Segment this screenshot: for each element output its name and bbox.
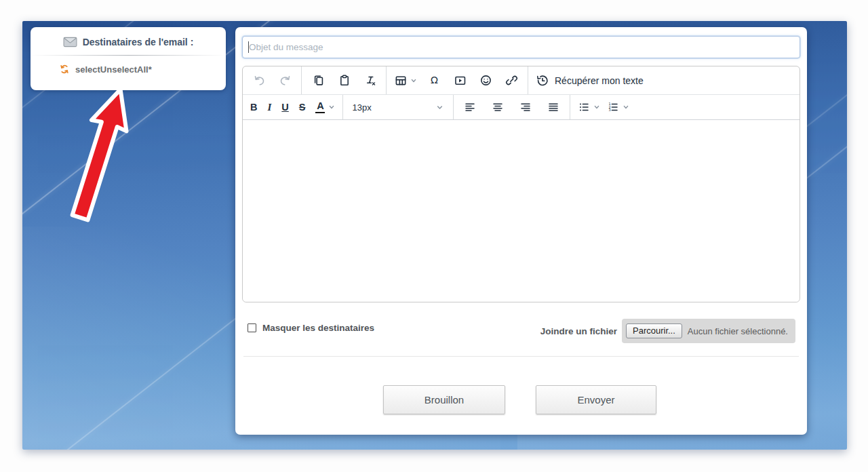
copy-button[interactable] xyxy=(309,72,327,90)
numbered-list-button[interactable]: 1 2 3 xyxy=(607,101,629,113)
send-button[interactable]: Envoyer xyxy=(536,385,656,414)
subject-field-wrap xyxy=(242,36,800,58)
hide-recipients-option[interactable]: Masquer les destinataires xyxy=(248,323,374,333)
align-justify-button[interactable] xyxy=(545,98,562,116)
align-justify-icon xyxy=(547,101,559,113)
bullet-list-button[interactable] xyxy=(578,101,600,113)
text-cursor xyxy=(248,41,249,53)
undo-icon xyxy=(253,74,266,87)
restore-group: Récupérer mon texte xyxy=(528,66,651,94)
toolbar-row-1: Ω xyxy=(243,66,800,95)
strikethrough-button[interactable]: S xyxy=(299,98,306,116)
paste-icon xyxy=(338,74,351,87)
history-group xyxy=(243,66,302,94)
select-unselect-all-label: selectUnselectAll* xyxy=(75,64,152,75)
envelope-icon xyxy=(63,37,77,47)
redo-icon xyxy=(279,74,292,87)
format-group: B I U S A xyxy=(243,95,343,119)
panel-divider xyxy=(243,356,799,357)
chevron-down-icon xyxy=(410,77,417,84)
redo-button[interactable] xyxy=(276,72,294,90)
select-unselect-all[interactable]: selectUnselectAll* xyxy=(31,56,226,75)
no-file-selected-text: Aucun fichier sélectionné. xyxy=(688,326,788,336)
strikethrough-label: S xyxy=(299,102,306,113)
italic-label: I xyxy=(267,102,271,113)
fontsize-group: 13px xyxy=(343,95,454,119)
red-arrow-icon xyxy=(58,82,146,235)
bullet-list-icon xyxy=(578,101,590,113)
browse-button[interactable]: Parcourir... xyxy=(626,323,682,338)
undo-button[interactable] xyxy=(250,72,268,90)
recipients-title-row: Destinataires de l'email : xyxy=(31,27,226,47)
file-input[interactable]: Parcourir... Aucun fichier sélectionné. xyxy=(622,319,795,343)
omega-icon: Ω xyxy=(428,74,441,87)
align-right-button[interactable] xyxy=(517,98,534,116)
italic-button[interactable]: I xyxy=(267,98,271,116)
annotation-arrow xyxy=(58,82,146,235)
svg-text:3: 3 xyxy=(609,108,611,112)
emoji-button[interactable] xyxy=(477,72,494,90)
underline-label: U xyxy=(281,102,288,113)
font-size-select[interactable]: 13px xyxy=(351,102,446,113)
align-left-button[interactable] xyxy=(461,98,479,116)
table-icon xyxy=(394,74,407,87)
chevron-down-icon xyxy=(623,104,629,111)
text-color-button[interactable]: A xyxy=(315,101,335,114)
svg-text:Ω: Ω xyxy=(431,75,438,85)
draft-button[interactable]: Brouillon xyxy=(383,385,505,414)
clipboard-group xyxy=(302,66,387,94)
clear-formatting-button[interactable] xyxy=(361,72,378,90)
compose-panel: Ω xyxy=(235,27,807,435)
media-button[interactable] xyxy=(451,72,469,90)
restore-history-icon xyxy=(536,74,549,87)
special-character-button[interactable]: Ω xyxy=(425,72,443,90)
paste-button[interactable] xyxy=(335,72,353,90)
restore-text-label: Récupérer mon texte xyxy=(555,75,644,86)
restore-text-button[interactable]: Récupérer mon texte xyxy=(536,74,644,87)
table-button[interactable] xyxy=(394,74,417,87)
emoji-icon xyxy=(479,74,492,87)
attach-file-label: Joindre un fichier xyxy=(540,326,617,336)
align-center-button[interactable] xyxy=(489,98,507,116)
hide-recipients-label: Masquer les destinataires xyxy=(262,323,374,333)
recipients-title: Destinataires de l'email : xyxy=(83,37,194,47)
numbered-list-icon: 1 2 3 xyxy=(607,101,619,113)
insert-group: Ω xyxy=(387,66,528,94)
media-icon xyxy=(454,74,467,87)
list-group: 1 2 3 xyxy=(570,95,637,119)
copy-icon xyxy=(312,74,325,87)
clear-formatting-icon xyxy=(363,74,376,87)
subject-input[interactable] xyxy=(242,36,800,58)
options-row: Masquer les destinataires Joindre un fic… xyxy=(235,319,807,351)
link-icon xyxy=(505,74,518,87)
text-color-icon: A xyxy=(315,101,325,114)
editor-content[interactable] xyxy=(243,120,800,302)
chevron-down-icon xyxy=(328,104,335,111)
align-group xyxy=(454,95,570,119)
attach-file-row: Joindre un fichier Parcourir... Aucun fi… xyxy=(540,319,795,343)
toolbar-row-2: B I U S A xyxy=(243,95,800,120)
underline-button[interactable]: U xyxy=(281,98,288,116)
recipients-panel: Destinataires de l'email : selectUnselec… xyxy=(31,27,226,90)
bold-label: B xyxy=(250,102,257,113)
sync-icon xyxy=(59,64,70,75)
align-center-icon xyxy=(492,101,504,113)
chevron-down-icon xyxy=(593,104,600,111)
align-left-icon xyxy=(464,101,476,113)
rich-text-editor: Ω xyxy=(242,66,800,302)
bold-button[interactable]: B xyxy=(250,98,257,116)
align-right-icon xyxy=(519,101,532,113)
link-button[interactable] xyxy=(502,72,520,90)
page: Destinataires de l'email : selectUnselec… xyxy=(0,0,868,472)
font-size-value: 13px xyxy=(352,102,371,113)
hide-recipients-checkbox[interactable] xyxy=(248,323,256,332)
chevron-down-icon xyxy=(436,104,443,111)
